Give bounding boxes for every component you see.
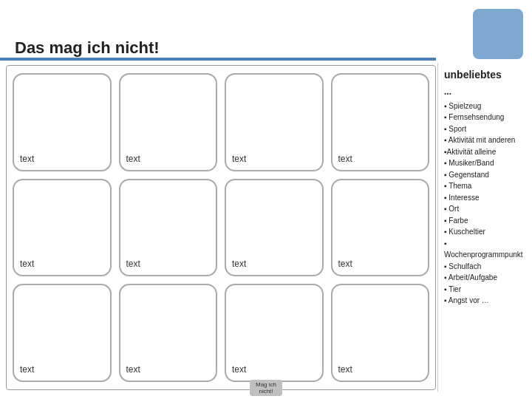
card-label-2-2: text (126, 259, 140, 269)
card-2-2[interactable]: text (119, 179, 218, 277)
card-label-1-3: text (232, 154, 246, 164)
bottom-badge-line1: Mag ich (256, 381, 276, 388)
panel-item-17: ▪ Angst vor … (444, 295, 526, 307)
panel-item-1: ▪ Spielzeug (444, 100, 526, 112)
panel-item-12: ▪ Kuscheltier (444, 226, 526, 238)
card-label-3-2: text (126, 364, 140, 375)
bottom-badge: Mag ich nicht! (250, 380, 282, 396)
page-title: Das mag ich nicht! (15, 38, 160, 58)
card-label-1-4: text (338, 154, 352, 164)
card-1-3[interactable]: text (225, 73, 324, 171)
card-3-3[interactable]: text (225, 284, 324, 382)
panel-item-6: ▪ Musiker/Band (444, 157, 526, 169)
panel-dots: ... (444, 85, 526, 99)
panel-item-11: ▪ Farbe (444, 215, 526, 227)
card-label-1-2: text (126, 154, 140, 164)
right-panel: unbeliebtes ... ▪ Spielzeug ▪ Fernsehsen… (437, 63, 532, 392)
card-3-1[interactable]: text (13, 284, 112, 382)
card-label-2-1: text (20, 259, 34, 269)
bottom-badge-line2: nicht! (256, 388, 276, 395)
panel-item-15: ▪ Arbeit/Aufgabe (444, 272, 526, 284)
card-1-1[interactable]: text (13, 73, 112, 171)
panel-title: unbeliebtes (444, 69, 526, 81)
card-1-4[interactable]: text (331, 73, 430, 171)
card-3-4[interactable]: text (331, 284, 430, 382)
panel-item-4: ▪ Aktivität mit anderen (444, 134, 526, 146)
blue-square-decoration (473, 9, 523, 59)
card-3-2[interactable]: text (119, 284, 218, 382)
card-label-2-3: text (232, 259, 246, 269)
panel-item-7: ▪ Gegenstand (444, 169, 526, 181)
bottom-line (0, 60, 436, 61)
panel-item-16: ▪ Tier (444, 284, 526, 296)
card-2-3[interactable]: text (225, 179, 324, 277)
card-2-4[interactable]: text (331, 179, 430, 277)
card-label-2-4: text (338, 259, 352, 269)
card-1-2[interactable]: text (119, 73, 218, 171)
panel-list: ... ▪ Spielzeug ▪ Fernsehsendung ▪ Sport… (444, 85, 526, 307)
panel-item-9: ▪ Interesse (444, 192, 526, 204)
panel-item-13: ▪ Wochenprogrammpunkt (444, 238, 526, 261)
card-grid: text text text text text text text text … (6, 65, 436, 390)
panel-item-2: ▪ Fernsehsendung (444, 112, 526, 123)
card-label-3-4: text (338, 364, 352, 375)
card-label-1-1: text (20, 154, 34, 164)
panel-item-10: ▪ Ort (444, 203, 526, 215)
card-label-3-3: text (232, 364, 246, 375)
panel-item-14: ▪ Schulfach (444, 261, 526, 273)
panel-item-8: ▪ Thema (444, 180, 526, 192)
page-wrapper: Das mag ich nicht! text text text text t… (0, 0, 532, 399)
panel-item-5: ▪Aktivität alleine (444, 146, 526, 158)
card-2-1[interactable]: text (13, 179, 112, 277)
card-label-3-1: text (20, 364, 34, 375)
panel-item-3: ▪ Sport (444, 123, 526, 135)
